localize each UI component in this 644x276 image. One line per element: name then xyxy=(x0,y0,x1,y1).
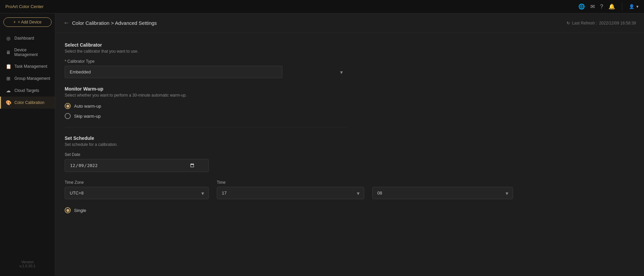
version-number: v.1.0.20.1 xyxy=(5,264,50,268)
sidebar-item-label: Color Calibration xyxy=(14,100,44,105)
sidebar: + + Add Device ◎ Dashboard 🖥 Device Mana… xyxy=(0,13,55,276)
time-row: Time Zone UTC+8 UTC+0 UTC-5 UTC+9 ▾ xyxy=(65,180,347,199)
calibrator-type-label-text: Calibrator Type xyxy=(67,59,94,64)
content-area: ← Color Calibration > Advanced Settings … xyxy=(55,13,644,276)
time-hour-select[interactable]: 17 00 01 02 03 04 05 06 07 08 09 xyxy=(217,187,364,199)
warmup-radio-group: Auto warm-up Skip warm-up xyxy=(65,103,347,119)
skip-warmup-option[interactable]: Skip warm-up xyxy=(65,113,347,119)
task-management-icon: 📋 xyxy=(6,64,11,69)
single-option[interactable]: Single xyxy=(65,207,347,213)
select-calibrator-section: Select Calibrator Select the calibrator … xyxy=(65,42,347,78)
calibrator-type-select[interactable]: Embedded External xyxy=(65,66,282,78)
topbar: ProArt Color Center 🌐 ✉ ? 🔔 👤 ▾ xyxy=(0,0,644,13)
set-schedule-title: Set Schedule xyxy=(65,135,347,141)
back-button[interactable]: ← xyxy=(63,19,69,26)
set-date-label: Set Date xyxy=(65,152,347,157)
main-layout: + + Add Device ◎ Dashboard 🖥 Device Mana… xyxy=(0,13,644,276)
bell-icon[interactable]: 🔔 xyxy=(608,3,615,10)
color-calibration-icon: 🎨 xyxy=(6,100,11,105)
sidebar-item-label: Dashboard xyxy=(14,36,34,41)
date-input[interactable] xyxy=(65,159,209,172)
skip-warmup-radio[interactable] xyxy=(65,113,71,119)
time-minute-label xyxy=(372,180,513,185)
sidebar-item-task-management[interactable]: 📋 Task Management xyxy=(0,60,55,72)
set-schedule-desc: Set schedule for a calibration. xyxy=(65,142,347,147)
sidebar-item-group-management[interactable]: ⊞ Group Management xyxy=(0,72,55,85)
time-hour-field: Time 17 00 01 02 03 04 05 06 xyxy=(217,180,364,199)
globe-icon[interactable]: 🌐 xyxy=(578,3,585,10)
content-body: Select Calibrator Select the calibrator … xyxy=(55,33,357,223)
mail-icon[interactable]: ✉ xyxy=(590,3,595,10)
time-minute-select[interactable]: 08 00 01 02 03 04 05 06 07 09 10 xyxy=(372,187,513,199)
refresh-icon[interactable]: ↻ xyxy=(567,21,570,25)
time-hour-wrapper: 17 00 01 02 03 04 05 06 07 08 09 xyxy=(217,187,364,199)
timezone-select[interactable]: UTC+8 UTC+0 UTC-5 UTC+9 xyxy=(65,187,209,199)
time-label: Time xyxy=(217,180,364,185)
sidebar-item-label: Group Management xyxy=(14,76,50,81)
user-dropdown-arrow: ▾ xyxy=(636,4,639,9)
date-input-wrapper xyxy=(65,159,347,172)
help-icon[interactable]: ? xyxy=(600,4,603,10)
topbar-icons: 🌐 ✉ ? 🔔 👤 ▾ xyxy=(578,3,639,11)
auto-warmup-radio[interactable] xyxy=(65,103,71,109)
add-device-button[interactable]: + + Add Device xyxy=(3,17,52,27)
topbar-divider xyxy=(622,3,622,11)
breadcrumb-text: Color Calibration > Advanced Settings xyxy=(72,20,157,26)
skip-warmup-label: Skip warm-up xyxy=(74,114,101,119)
group-management-icon: ⊞ xyxy=(6,76,11,81)
required-asterisk: * xyxy=(65,59,67,64)
auto-warmup-option[interactable]: Auto warm-up xyxy=(65,103,347,109)
auto-warmup-label: Auto warm-up xyxy=(74,104,101,109)
calibrator-chevron-icon: ▾ xyxy=(340,69,343,75)
version-label: Version xyxy=(5,260,50,264)
last-refresh: ↻ Last Refresh : 2022/12/09 16:58:39 xyxy=(567,21,636,25)
cloud-targets-icon: ☁ xyxy=(6,88,11,93)
monitor-warmup-desc: Select whether you want to perform a 30-… xyxy=(65,93,347,98)
breadcrumb: ← Color Calibration > Advanced Settings xyxy=(63,19,157,26)
repeat-options-section: Single xyxy=(65,207,347,213)
calibrator-type-label: * Calibrator Type xyxy=(65,59,347,64)
monitor-warmup-title: Monitor Warm-up xyxy=(65,86,347,92)
sidebar-item-cloud-targets[interactable]: ☁ Cloud Targets xyxy=(0,85,55,97)
plus-icon: + xyxy=(13,20,16,24)
sidebar-version: Version v.1.0.20.1 xyxy=(0,256,55,272)
sidebar-item-label: Cloud Targets xyxy=(14,88,39,93)
select-calibrator-desc: Select the calibrator that you want to u… xyxy=(65,49,347,54)
time-minute-wrapper: 08 00 01 02 03 04 05 06 07 09 10 xyxy=(372,187,513,199)
single-radio[interactable] xyxy=(65,207,71,213)
timezone-label: Time Zone xyxy=(65,180,209,185)
sidebar-item-dashboard[interactable]: ◎ Dashboard xyxy=(0,32,55,44)
single-label: Single xyxy=(74,208,86,213)
user-avatar-icon: 👤 xyxy=(629,4,634,9)
device-management-icon: 🖥 xyxy=(6,50,11,55)
add-device-label: + Add Device xyxy=(18,20,42,24)
section-divider xyxy=(65,127,347,127)
sidebar-item-label: Task Management xyxy=(14,64,47,69)
sidebar-item-device-management[interactable]: 🖥 Device Management xyxy=(0,44,55,60)
app-title: ProArt Color Center xyxy=(5,4,44,9)
dashboard-icon: ◎ xyxy=(6,36,11,41)
last-refresh-value: 2022/12/09 16:58:39 xyxy=(599,21,636,25)
timezone-field: Time Zone UTC+8 UTC+0 UTC-5 UTC+9 ▾ xyxy=(65,180,209,199)
time-minute-field: 08 00 01 02 03 04 05 06 07 09 10 xyxy=(372,180,513,199)
last-refresh-label: Last Refresh : xyxy=(572,21,597,25)
monitor-warmup-section: Monitor Warm-up Select whether you want … xyxy=(65,86,347,119)
timezone-wrapper: UTC+8 UTC+0 UTC-5 UTC+9 ▾ xyxy=(65,187,209,199)
sidebar-item-color-calibration[interactable]: 🎨 Color Calibration xyxy=(0,97,55,109)
calibrator-type-wrapper: Embedded External ▾ xyxy=(65,66,347,78)
user-menu[interactable]: 👤 ▾ xyxy=(629,4,639,9)
content-header: ← Color Calibration > Advanced Settings … xyxy=(55,13,644,33)
sidebar-item-label: Device Management xyxy=(14,48,50,57)
set-schedule-section: Set Schedule Set schedule for a calibrat… xyxy=(65,135,347,199)
select-calibrator-title: Select Calibrator xyxy=(65,42,347,48)
